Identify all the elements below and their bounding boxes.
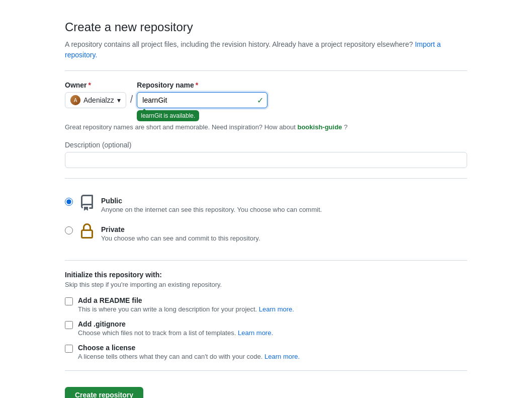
visibility-public-option[interactable]: Public Anyone on the internet can see th…	[65, 191, 467, 219]
gitignore-learn-more[interactable]: Learn more.	[238, 329, 273, 337]
suggestion-link[interactable]: bookish-guide	[297, 123, 342, 131]
visibility-public-radio[interactable]	[65, 198, 73, 206]
availability-note: Great repository names are short and mem…	[65, 123, 467, 131]
readme-learn-more[interactable]: Learn more.	[259, 305, 294, 313]
gitignore-option: Add .gitignore Choose which files not to…	[65, 320, 467, 337]
divider-mid	[65, 178, 467, 179]
readme-text: Add a README file This is where you can …	[78, 296, 294, 313]
description-section: Description (optional)	[65, 141, 467, 168]
repo-name-input[interactable]	[137, 92, 268, 108]
page-container: Create a new repository A repository con…	[55, 0, 477, 398]
repo-name-label: Repository name*	[137, 81, 268, 89]
repo-name-field-group: Repository name* ✓ learnGit is available…	[137, 81, 268, 108]
checkmark-icon: ✓	[257, 96, 263, 105]
gitignore-text: Add .gitignore Choose which files not to…	[78, 320, 273, 337]
initialize-sub: Skip this step if you're importing an ex…	[65, 281, 467, 288]
visibility-private-text: Private You choose who can see and commi…	[101, 225, 260, 242]
create-repository-button[interactable]: Create repository	[65, 387, 143, 398]
readme-option: Add a README file This is where you can …	[65, 296, 467, 313]
description-label: Description (optional)	[65, 141, 467, 149]
license-checkbox[interactable]	[65, 345, 73, 353]
owner-avatar: A	[70, 95, 80, 105]
divider-init	[65, 260, 467, 261]
visibility-private-radio[interactable]	[65, 226, 73, 234]
page-title: Create a new repository	[65, 20, 467, 34]
description-input[interactable]	[65, 152, 467, 168]
owner-select[interactable]: A Adenialzz ▾	[65, 92, 126, 108]
divider-bottom	[65, 370, 467, 371]
visibility-private-option[interactable]: Private You choose who can see and commi…	[65, 219, 467, 248]
owner-username: Adenialzz	[83, 96, 114, 104]
owner-label: Owner*	[65, 81, 126, 89]
initialize-title: Initialize this repository with:	[65, 271, 467, 279]
public-icon	[79, 195, 95, 211]
private-icon	[79, 223, 95, 240]
gitignore-checkbox[interactable]	[65, 321, 73, 329]
license-learn-more[interactable]: Learn more.	[264, 353, 300, 360]
divider-top	[65, 70, 467, 71]
slash-separator: /	[130, 94, 133, 106]
owner-field-group: Owner* A Adenialzz ▾	[65, 81, 126, 108]
license-text: Choose a license A license tells others …	[78, 344, 300, 360]
owner-repo-row: Owner* A Adenialzz ▾ / Repository name* …	[65, 81, 467, 108]
repo-name-wrapper: ✓ learnGit is available.	[137, 92, 268, 108]
visibility-section: Public Anyone on the internet can see th…	[65, 191, 467, 248]
initialize-section: Initialize this repository with: Skip th…	[65, 271, 467, 360]
page-subtitle: A repository contains all project files,…	[65, 39, 467, 60]
visibility-public-text: Public Anyone on the internet can see th…	[101, 197, 322, 213]
owner-dropdown-icon: ▾	[117, 96, 121, 104]
availability-tooltip: learnGit is available.	[137, 110, 199, 121]
readme-checkbox[interactable]	[65, 297, 73, 305]
license-option: Choose a license A license tells others …	[65, 344, 467, 360]
